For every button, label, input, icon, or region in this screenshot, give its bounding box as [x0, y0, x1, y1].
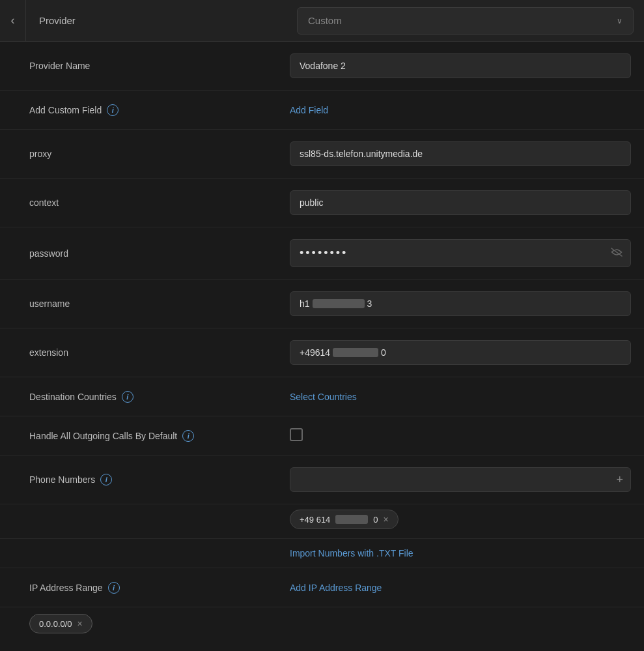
phone-numbers-row: Phone Numbers i +	[0, 456, 644, 504]
destination-countries-label: Destination Countries i	[29, 391, 290, 403]
username-blurred	[313, 299, 365, 308]
extension-suffix: 0	[381, 347, 386, 358]
extension-field: +49614 0	[290, 340, 631, 365]
provider-name-row: Provider Name	[0, 42, 644, 91]
password-input[interactable]	[290, 239, 631, 267]
provider-select-value: Custom	[308, 15, 342, 26]
proxy-row: proxy	[0, 130, 644, 179]
destination-countries-row: Destination Countries i Select Countries	[0, 377, 644, 416]
add-custom-field-label: Add Custom Field i	[29, 104, 290, 116]
extension-blurred	[333, 348, 378, 357]
phone-numbers-input-wrapper: +	[290, 467, 631, 492]
phone-tag-suffix: 0	[373, 515, 378, 525]
select-countries-link[interactable]: Select Countries	[290, 392, 357, 402]
username-prefix: h1	[300, 298, 310, 309]
context-field	[290, 190, 631, 215]
main-container: ‹ Provider Custom ∨ Provider Name Add Cu…	[0, 0, 644, 651]
phone-numbers-label: Phone Numbers i	[29, 474, 290, 485]
extension-row: extension +49614 0	[0, 328, 644, 377]
extension-display[interactable]: +49614 0	[290, 340, 631, 365]
back-icon: ‹	[11, 14, 15, 27]
handle-outgoing-row: Handle All Outgoing Calls By Default i	[0, 416, 644, 456]
provider-name-input[interactable]	[290, 53, 631, 78]
ip-address-range-label: IP Address Range i	[29, 582, 290, 594]
import-row: Import Numbers with .TXT File	[0, 539, 644, 568]
phone-tag: +49 614 0 ×	[290, 510, 399, 529]
proxy-input[interactable]	[290, 141, 631, 166]
provider-select[interactable]: Custom ∨	[297, 7, 634, 35]
phone-tags-row: +49 614 0 ×	[0, 504, 644, 539]
context-label: context	[29, 197, 290, 208]
context-input[interactable]	[290, 190, 631, 215]
phone-number-input[interactable]	[290, 467, 631, 492]
handle-outgoing-info-icon: i	[182, 430, 194, 442]
extension-prefix: +49614	[300, 347, 330, 358]
header-row: ‹ Provider Custom ∨	[0, 0, 644, 42]
username-label: username	[29, 298, 290, 309]
provider-select-area: Custom ∨	[287, 7, 644, 35]
provider-name-field	[290, 53, 631, 78]
import-numbers-link[interactable]: Import Numbers with .TXT File	[290, 548, 413, 558]
add-phone-number-icon[interactable]: +	[616, 473, 623, 487]
handle-outgoing-label: Handle All Outgoing Calls By Default i	[29, 430, 290, 442]
ip-address-info-icon: i	[108, 582, 120, 594]
password-row: password	[0, 227, 644, 280]
handle-outgoing-field	[290, 428, 631, 443]
username-display[interactable]: h1 3	[290, 291, 631, 316]
provider-name-label: Provider Name	[29, 61, 290, 71]
ip-tag-value: 0.0.0.0/0	[39, 619, 72, 629]
provider-label: Provider	[26, 15, 287, 26]
add-ip-address-link[interactable]: Add IP Address Range	[290, 583, 382, 593]
proxy-label: proxy	[29, 149, 290, 159]
password-wrapper	[290, 239, 631, 267]
phone-tag-prefix: +49 614	[300, 515, 330, 525]
ip-address-field: Add IP Address Range	[290, 583, 631, 593]
remove-ip-tag-icon[interactable]: ×	[77, 618, 83, 629]
chevron-down-icon: ∨	[617, 16, 623, 25]
remove-phone-tag-icon[interactable]: ×	[384, 514, 389, 525]
context-row: context	[0, 179, 644, 227]
destination-countries-field: Select Countries	[290, 392, 631, 402]
eye-off-icon[interactable]	[610, 247, 623, 260]
password-label: password	[29, 248, 290, 259]
ip-tags-row: 0.0.0.0/0 ×	[0, 607, 644, 643]
destination-countries-info-icon: i	[122, 391, 133, 403]
username-suffix: 3	[367, 298, 372, 309]
password-field	[290, 239, 631, 267]
back-button[interactable]: ‹	[0, 0, 26, 42]
ip-tag: 0.0.0.0/0 ×	[29, 614, 92, 633]
handle-outgoing-checkbox[interactable]	[290, 428, 303, 441]
ip-address-range-row: IP Address Range i Add IP Address Range	[0, 568, 644, 607]
add-custom-field-row: Add Custom Field i Add Field	[0, 91, 644, 130]
proxy-field	[290, 141, 631, 166]
phone-numbers-info-icon: i	[100, 474, 112, 485]
extension-label: extension	[29, 347, 290, 358]
username-field: h1 3	[290, 291, 631, 316]
add-field-link[interactable]: Add Field	[290, 105, 328, 115]
username-row: username h1 3	[0, 280, 644, 328]
phone-tag-blurred	[335, 515, 368, 524]
info-icon: i	[107, 104, 119, 116]
add-field-area: Add Field	[290, 105, 631, 115]
